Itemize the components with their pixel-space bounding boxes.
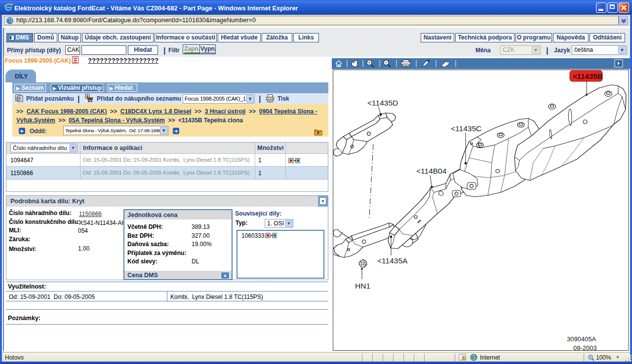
svg-text:<11435D: <11435D <box>367 99 398 107</box>
svg-text:<11435A: <11435A <box>377 256 408 265</box>
svg-text:<114B04: <114B04 <box>416 167 447 175</box>
svg-text:<11435B: <11435B <box>573 72 603 80</box>
svg-text:HN1: HN1 <box>355 282 370 290</box>
svg-text:09-2003: 09-2003 <box>573 344 597 351</box>
svg-text:<11435C: <11435C <box>451 124 481 133</box>
svg-text:3090405A: 3090405A <box>567 335 596 343</box>
svg-text:!: ! <box>463 356 464 360</box>
